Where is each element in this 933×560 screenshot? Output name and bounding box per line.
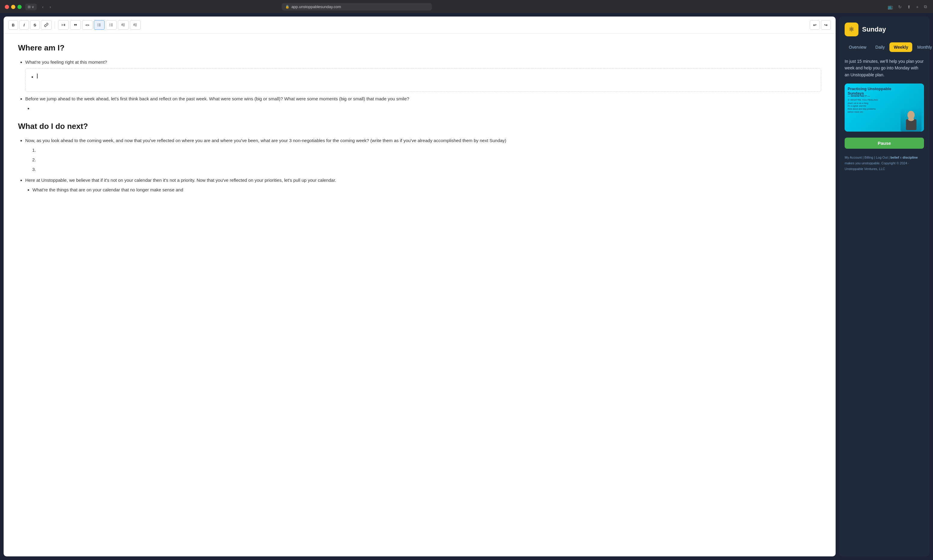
- sidebar-footer: My Account | Billing | Log Out | belief …: [845, 155, 924, 172]
- minimize-button[interactable]: [11, 5, 15, 9]
- tab-daily[interactable]: Daily: [871, 42, 889, 52]
- belief-text: belief: [890, 155, 899, 159]
- numbered-list: [25, 147, 821, 173]
- footer-suffix: makes you unstoppable. Copyright © 2024 …: [845, 162, 909, 171]
- app-title: Sunday: [862, 26, 886, 33]
- section2-heading: What do I do next?: [18, 122, 821, 131]
- heading-button[interactable]: [58, 20, 69, 30]
- numbered-item-3[interactable]: [37, 166, 821, 173]
- browser-chrome: ⊞ ∨ ‹ › 🔒 app.unstoppablesunday.com 📺 ↻ …: [0, 0, 933, 13]
- address-bar[interactable]: 🔒 app.unstoppablesunday.com: [282, 3, 432, 11]
- list-item: Now, as you look ahead to the coming wee…: [25, 137, 821, 173]
- blockquote-button[interactable]: [70, 20, 81, 30]
- share-button[interactable]: ⬆: [906, 3, 912, 11]
- sub-list-item: What're the things that are on your cale…: [32, 186, 821, 194]
- svg-text:3: 3: [109, 25, 110, 27]
- traffic-lights: [5, 5, 22, 9]
- video-person-thumbnail: [901, 108, 922, 132]
- video-notes-preview: — WHERE AM I? — ① WHAT'RE YOU FEELING (t…: [848, 94, 900, 114]
- sub-list-item[interactable]: [32, 105, 821, 112]
- text-cursor: [37, 74, 38, 78]
- sub-list-item[interactable]: [36, 73, 38, 80]
- svg-point-3: [98, 24, 98, 24]
- editor-content[interactable]: Where am I? What're you feeling right at…: [4, 34, 836, 556]
- pause-button[interactable]: Pause: [845, 138, 924, 149]
- billing-link[interactable]: Billing: [864, 155, 873, 159]
- my-account-link[interactable]: My Account: [845, 155, 862, 159]
- code-button[interactable]: <>: [82, 20, 92, 30]
- sidebar-toggle-button[interactable]: ⊞ ∨: [25, 4, 37, 10]
- sidebar-description: In just 15 minutes, we'll help you plan …: [845, 58, 924, 78]
- browser-actions: 📺 ↻ ⬆ + ⧉: [887, 3, 928, 11]
- main-area: B I S <>: [0, 13, 933, 560]
- item-text: Here at Unstoppable, we believe that if …: [25, 178, 336, 183]
- tabs-overview-button[interactable]: ⧉: [923, 3, 928, 11]
- outdent-button[interactable]: [118, 20, 129, 30]
- logout-link[interactable]: Log Out: [876, 155, 888, 159]
- calendar-sub-list: What're the things that are on your cale…: [25, 186, 821, 194]
- nav-tabs: Overview Daily Weekly Monthly: [845, 42, 924, 52]
- video-thumbnail[interactable]: Practicing Unstoppable Sundays — WHERE A…: [845, 83, 924, 132]
- strikethrough-button[interactable]: S: [30, 20, 40, 30]
- toolbar-sep-1: [55, 22, 55, 29]
- app-logo: ⚛: [845, 23, 858, 36]
- redo-button[interactable]: ↪: [821, 20, 831, 30]
- undo-button[interactable]: ↩: [810, 20, 820, 30]
- numbered-item-2[interactable]: [37, 156, 821, 163]
- maximize-button[interactable]: [17, 5, 22, 9]
- section1-list: What're you feeling right at this moment…: [18, 58, 821, 112]
- list-item: Here at Unstoppable, we believe that if …: [25, 177, 821, 194]
- list-item: Before we jump ahead to the week ahead, …: [25, 95, 821, 112]
- section1-heading: Where am I?: [18, 43, 821, 52]
- svg-point-5: [98, 26, 98, 26]
- forward-button[interactable]: ›: [48, 4, 53, 10]
- numbered-item-1[interactable]: [37, 147, 821, 154]
- discipline-text: discipline: [903, 155, 918, 159]
- italic-button[interactable]: I: [19, 20, 29, 30]
- url-display: app.unstoppablesunday.com: [291, 5, 341, 9]
- tab-overview[interactable]: Overview: [845, 42, 870, 52]
- tab-monthly[interactable]: Monthly: [913, 42, 933, 52]
- bullet-list-button[interactable]: [94, 20, 105, 30]
- item-text: What're you feeling right at this moment…: [25, 60, 107, 65]
- svg-point-4: [98, 25, 98, 25]
- nav-controls: ‹ ›: [40, 4, 52, 10]
- link-button[interactable]: [41, 20, 52, 30]
- indent-button[interactable]: [130, 20, 141, 30]
- tab-weekly[interactable]: Weekly: [890, 42, 912, 52]
- list-item: What're you feeling right at this moment…: [25, 58, 821, 92]
- sub-list: [29, 73, 38, 84]
- text-input-1[interactable]: [25, 68, 821, 92]
- sidebar-header: ⚛ Sunday: [845, 23, 924, 36]
- toolbar: B I S <>: [4, 17, 836, 34]
- cast-button[interactable]: 📺: [887, 3, 894, 11]
- new-tab-button[interactable]: +: [915, 3, 920, 11]
- item-text: Now, as you look ahead to the coming wee…: [25, 138, 506, 143]
- svg-point-20: [908, 117, 914, 121]
- section2-list: Now, as you look ahead to the coming wee…: [18, 137, 821, 194]
- bold-button[interactable]: B: [8, 20, 18, 30]
- editor-panel: B I S <>: [4, 17, 836, 556]
- refresh-button[interactable]: ↻: [897, 3, 903, 11]
- sub-list: [25, 105, 821, 112]
- x-separator: x: [900, 155, 903, 159]
- ordered-list-button[interactable]: 1 2 3: [106, 20, 117, 30]
- video-inner: Practicing Unstoppable Sundays — WHERE A…: [845, 83, 924, 132]
- close-button[interactable]: [5, 5, 9, 9]
- back-button[interactable]: ‹: [40, 4, 45, 10]
- logo-emoji: ⚛: [848, 26, 854, 33]
- sidebar-panel: ⚛ Sunday Overview Daily Weekly Monthly I…: [839, 17, 929, 556]
- item-text: Before we jump ahead to the week ahead, …: [25, 96, 410, 101]
- lock-icon: 🔒: [285, 5, 289, 9]
